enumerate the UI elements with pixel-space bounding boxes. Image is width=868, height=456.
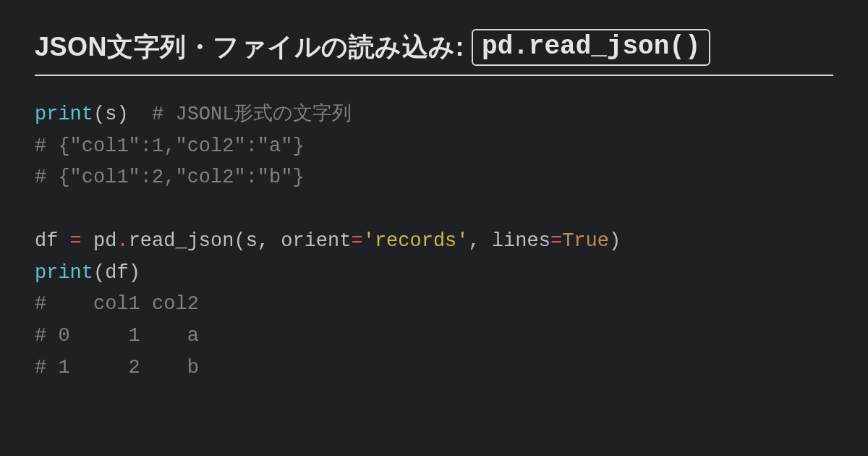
obj-pd: pd xyxy=(93,230,116,252)
line-7: # col1 col2 xyxy=(35,293,199,315)
line-2: # {"col1":1,"col2":"a"} xyxy=(35,135,305,157)
kwarg-lines: lines xyxy=(492,230,550,252)
eq: = xyxy=(351,230,362,252)
space xyxy=(82,230,93,252)
eq: = xyxy=(550,230,562,252)
spaces xyxy=(129,104,152,125)
space xyxy=(480,230,492,252)
line-9: # 1 2 b xyxy=(35,357,199,379)
comment-jsonl: # JSONL形式の文字列 xyxy=(152,104,352,125)
header: JSON文字列・ファイルの読み込み: pd.read_json() xyxy=(35,29,833,76)
space xyxy=(269,230,281,252)
comma: , xyxy=(258,230,269,252)
var-df: df xyxy=(35,230,70,252)
dot: . xyxy=(116,230,128,252)
paren-open: ( xyxy=(93,262,105,284)
line-8: # 0 1 a xyxy=(35,325,199,347)
paren-close: ) xyxy=(116,104,128,125)
paren-close: ) xyxy=(129,262,140,284)
kwarg-orient: orient xyxy=(281,230,351,252)
code-block: print(s) # JSONL形式の文字列 # {"col1":1,"col2… xyxy=(35,99,833,384)
kw-true: True xyxy=(562,230,609,252)
paren-open: ( xyxy=(234,230,245,252)
page-title-prefix: JSON文字列・ファイルの読み込み: xyxy=(35,30,464,65)
print-fn: print xyxy=(35,104,93,125)
fn-read-json: read_json xyxy=(129,230,234,252)
arg-s: s xyxy=(246,230,258,252)
line-3: # {"col1":2,"col2":"b"} xyxy=(35,166,305,188)
arg-s: s xyxy=(105,104,116,125)
line-6: print(df) xyxy=(35,262,140,284)
assign-op: = xyxy=(70,230,82,252)
page-title-code: pd.read_json() xyxy=(472,29,710,66)
line-5: df = pd.read_json(s, orient='records', l… xyxy=(35,230,621,252)
paren-open: ( xyxy=(93,104,105,125)
print-fn: print xyxy=(35,262,93,284)
comma: , xyxy=(469,230,480,252)
line-1: print(s) # JSONL形式の文字列 xyxy=(35,104,352,125)
arg-df: df xyxy=(105,262,128,284)
str-records: 'records' xyxy=(363,230,469,252)
paren-close: ) xyxy=(609,230,621,252)
